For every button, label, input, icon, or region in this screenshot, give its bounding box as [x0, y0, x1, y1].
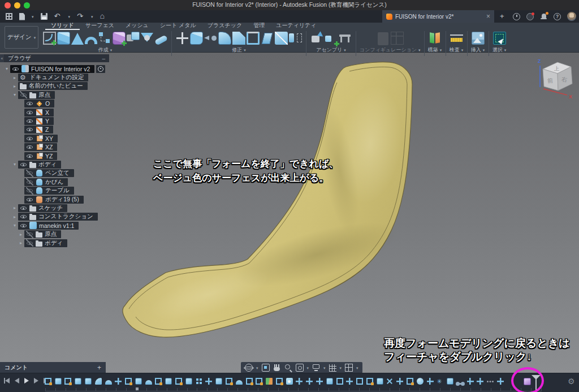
look-at-icon[interactable] — [262, 364, 270, 372]
timeline-feature-11-dome-icon[interactable] — [145, 380, 152, 385]
step-forward-button[interactable] — [34, 378, 38, 384]
avatar[interactable] — [567, 12, 576, 21]
pipe-icon[interactable] — [154, 35, 168, 45]
browser-item[interactable]: ドキュメントの設定 — [18, 74, 88, 81]
group-dropdown-挿入[interactable]: 挿入▾ — [471, 46, 485, 54]
timeline-feature-30-frame-icon[interactable] — [336, 378, 343, 385]
group-dropdown-修正[interactable]: 修正▾ — [232, 46, 246, 54]
new-tab-button[interactable]: + — [500, 12, 504, 20]
eye-off-icon[interactable] — [26, 231, 33, 238]
create-sketch-icon[interactable] — [43, 32, 56, 45]
chevron-down-icon[interactable]: ▾ — [32, 15, 34, 19]
browser-item[interactable]: 原点 — [18, 91, 55, 99]
eye-icon[interactable] — [20, 204, 27, 212]
eye-icon[interactable] — [26, 100, 33, 107]
timeline-feature-7-dome-icon[interactable] — [105, 380, 112, 385]
chevron-down-icon[interactable]: ▾ — [340, 366, 342, 370]
chevron-right-icon[interactable]: ▸ — [11, 75, 18, 80]
timeline-feature-6-fillet-icon[interactable] — [95, 378, 102, 385]
browser-item[interactable]: ボディ — [18, 161, 61, 169]
chevron-down-icon[interactable]: ▾ — [3, 66, 10, 71]
activate-component-control[interactable] — [96, 65, 105, 73]
timeline-feature-36-move-icon[interactable] — [396, 378, 403, 385]
tab-close-button[interactable]: × — [486, 13, 490, 20]
file-new-icon[interactable] — [19, 13, 25, 20]
timeline-settings-gear-icon[interactable] — [568, 377, 576, 385]
timeline-feature-34-body-icon[interactable] — [377, 378, 383, 385]
ribbon-tab-ソリッド[interactable]: ソリッド — [45, 22, 80, 30]
timeline-feature-40-snow-icon[interactable] — [437, 378, 443, 385]
eye-icon[interactable] — [20, 161, 27, 168]
new-component-icon[interactable] — [310, 32, 323, 45]
timeline-feature-17-move-icon[interactable] — [205, 378, 212, 385]
eye-icon[interactable] — [26, 135, 33, 142]
eye-icon[interactable] — [26, 118, 33, 125]
ribbon-tab-ユーティリティ[interactable]: ユーティリティ — [270, 22, 322, 30]
eye-off-icon[interactable] — [26, 187, 33, 195]
browser-item[interactable]: スケッチ — [18, 204, 67, 212]
chevron-down-icon[interactable]: ▾ — [11, 223, 18, 228]
timeline-feature-3-sketch-icon[interactable] — [64, 378, 71, 385]
browser-item[interactable]: X — [24, 109, 54, 117]
pan-icon[interactable] — [273, 364, 281, 372]
job-status-icon[interactable] — [526, 13, 534, 20]
ribbon-tab-プラスチック[interactable]: プラスチック — [202, 22, 248, 30]
revolve-icon[interactable] — [71, 33, 84, 45]
timeline-feature-1-sketch-icon[interactable] — [45, 378, 51, 385]
chevron-right-icon[interactable]: ▸ — [11, 84, 18, 89]
timeline-feature-46-move-icon[interactable] — [497, 378, 504, 385]
timeline-feature-18-body-icon[interactable] — [215, 378, 222, 385]
app-grid-icon[interactable] — [6, 13, 12, 20]
document-tab[interactable]: FUISON for Interior v2* × — [382, 10, 494, 23]
display-settings-icon[interactable] — [312, 364, 320, 372]
orbit-icon[interactable] — [245, 364, 253, 372]
notifications-icon[interactable] — [540, 13, 547, 20]
minimize-window-button[interactable] — [14, 2, 20, 8]
eye-off-icon[interactable] — [20, 91, 27, 98]
go-to-start-button[interactable] — [4, 378, 10, 384]
eye-icon[interactable] — [12, 65, 19, 72]
timeline-feature-22-sketch-icon[interactable] — [256, 378, 262, 385]
save-icon[interactable] — [41, 13, 47, 20]
timeline-feature-35-sparkle-icon[interactable] — [385, 377, 395, 386]
construct-plane-icon[interactable] — [429, 32, 442, 45]
eye-icon[interactable] — [26, 144, 33, 151]
joint-icon[interactable] — [325, 32, 338, 45]
maximize-window-button[interactable] — [24, 2, 30, 8]
timeline-feature-15-body-icon[interactable] — [185, 378, 192, 385]
viewports-icon[interactable] — [345, 364, 353, 372]
chevron-right-icon[interactable]: ▸ — [11, 205, 18, 210]
eye-off-icon[interactable] — [26, 178, 33, 186]
timeline-feature-10-body-icon[interactable] — [135, 378, 142, 385]
hole-icon[interactable] — [141, 32, 154, 45]
browser-item[interactable]: テーブル — [24, 187, 74, 195]
chevron-down-icon[interactable]: ▾ — [91, 15, 93, 19]
timeline-feature-33-sketch-icon[interactable] — [366, 378, 373, 385]
ribbon-tab-管理[interactable]: 管理 — [248, 22, 270, 30]
browser-item[interactable]: manekin v1:1 — [18, 222, 79, 230]
draft-icon[interactable] — [262, 33, 273, 44]
chamfer-icon[interactable] — [232, 32, 245, 45]
move-icon[interactable] — [176, 32, 189, 45]
browser-item[interactable]: XZ — [24, 143, 57, 151]
play-button[interactable] — [24, 378, 29, 384]
browser-item[interactable]: FUISON for Interior v2 — [10, 65, 94, 73]
chevron-right-icon[interactable]: ▸ — [18, 240, 24, 245]
timeline-feature-28-move-icon[interactable] — [316, 378, 323, 385]
step-back-button[interactable] — [15, 378, 19, 384]
chevron-down-icon[interactable]: ▾ — [256, 366, 258, 370]
browser-item[interactable]: Z — [24, 126, 53, 133]
browser-item[interactable]: ボディ19 (5) — [24, 196, 84, 204]
group-dropdown-アセンブリ[interactable]: アセンブリ▾ — [316, 46, 346, 54]
timeline-feature-26-move-icon[interactable] — [296, 378, 303, 385]
timeline-feature-8-move-icon[interactable] — [115, 378, 122, 385]
group-dropdown-構築[interactable]: 構築▾ — [428, 46, 442, 54]
comments-bar[interactable]: コメント + — [0, 362, 106, 373]
chevron-down-icon[interactable]: ▾ — [307, 366, 309, 370]
chevron-down-icon[interactable]: ▾ — [356, 366, 358, 370]
extrude-icon[interactable] — [57, 32, 70, 45]
activate-radio-icon[interactable] — [98, 66, 103, 72]
browser-item[interactable]: ペン立て — [24, 169, 74, 177]
extensions-icon[interactable] — [513, 13, 520, 20]
timeline-feature-24-sketch-icon[interactable] — [276, 378, 283, 385]
